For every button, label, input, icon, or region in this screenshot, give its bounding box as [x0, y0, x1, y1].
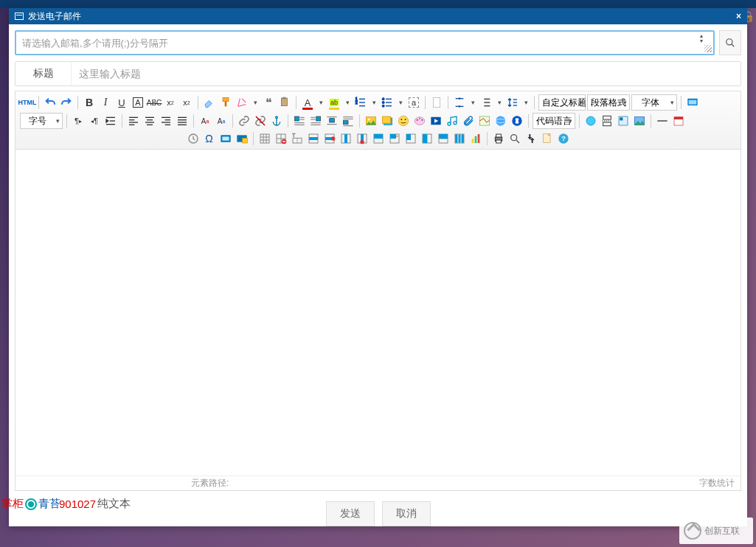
italic-button[interactable]: I — [98, 95, 113, 110]
stepper-icon[interactable]: ▴▾ — [700, 33, 703, 43]
video-button[interactable] — [429, 114, 443, 128]
merge-right-button[interactable] — [387, 131, 402, 146]
chart-button[interactable] — [468, 131, 483, 146]
ltr-button[interactable]: ¶▸ — [71, 114, 86, 128]
delete-table-button[interactable] — [274, 131, 288, 146]
insert-row-button[interactable] — [306, 131, 321, 146]
img-none-button[interactable] — [341, 114, 356, 128]
find-replace-button[interactable] — [524, 131, 538, 146]
align-justify-button[interactable] — [175, 114, 190, 128]
dropdown-icon[interactable]: ▾ — [468, 99, 477, 106]
font-size-select[interactable]: 字号 — [20, 113, 63, 129]
split-cols-button[interactable] — [452, 131, 467, 146]
horizontal-rule-button[interactable] — [655, 114, 670, 128]
font-family-select[interactable]: 字体 — [631, 94, 677, 111]
lineheight-button[interactable] — [479, 95, 493, 110]
undo-button[interactable] — [43, 95, 58, 110]
time-button[interactable] — [186, 131, 201, 146]
word-count-label[interactable]: 字数统计 — [699, 477, 735, 489]
forecolor-button[interactable]: A — [300, 95, 315, 110]
search-button[interactable] — [719, 30, 741, 55]
email-input[interactable] — [16, 32, 713, 54]
dropdown-icon[interactable]: ▾ — [521, 99, 530, 106]
link-button[interactable] — [237, 114, 252, 128]
dropdown-icon[interactable]: ▾ — [495, 99, 504, 106]
wordimage-button[interactable] — [235, 131, 249, 146]
print-button[interactable] — [491, 131, 506, 146]
gmap-button[interactable] — [493, 114, 508, 128]
cancel-button[interactable]: 取消 — [382, 501, 431, 526]
underline-button[interactable]: U — [114, 95, 129, 110]
merge-cells-button[interactable] — [371, 131, 386, 146]
pastespecial-button[interactable] — [277, 95, 292, 110]
rtl-button[interactable]: ◂¶ — [87, 114, 102, 128]
fontborder-button[interactable]: A — [131, 95, 145, 110]
drafts-button[interactable] — [540, 131, 555, 146]
editor-canvas[interactable] — [15, 150, 741, 475]
split-rows-button[interactable] — [436, 131, 451, 146]
superscript-button[interactable]: x2 — [163, 95, 178, 110]
merge-down-button[interactable] — [403, 131, 418, 146]
align-right-button[interactable] — [159, 114, 173, 128]
dropdown-icon[interactable]: ▾ — [396, 99, 405, 106]
background-button[interactable] — [632, 114, 647, 128]
title-input[interactable] — [72, 62, 741, 86]
paragraph-format-select[interactable]: 段落格式 — [587, 94, 630, 111]
webapp-button[interactable] — [583, 114, 598, 128]
page-button[interactable] — [429, 95, 444, 110]
dropdown-icon[interactable]: ▾ — [316, 99, 325, 106]
snapscreen-button[interactable] — [218, 131, 233, 146]
insert-para-before-table-button[interactable]: T — [290, 131, 305, 146]
source-button[interactable]: HTML — [20, 95, 35, 110]
img-float-right-button[interactable] — [308, 114, 323, 128]
music-button[interactable] — [445, 114, 460, 128]
img-float-left-button[interactable] — [292, 114, 307, 128]
linespacing-button[interactable] — [505, 95, 520, 110]
subscript-button[interactable]: x2 — [179, 95, 194, 110]
emoji-button[interactable] — [396, 114, 411, 128]
custom-title-select[interactable]: 自定义标题 — [538, 94, 586, 111]
rowspacing-button[interactable] — [452, 95, 467, 110]
bold-button[interactable]: B — [82, 95, 97, 110]
fullscreen-button[interactable] — [685, 95, 700, 110]
autotype-button[interactable] — [235, 95, 249, 110]
eraser-button[interactable] — [202, 95, 217, 110]
redo-button[interactable] — [59, 95, 74, 110]
send-button[interactable]: 发送 — [326, 501, 375, 526]
delete-col-button[interactable] — [355, 131, 370, 146]
insert-image-button[interactable] — [364, 114, 378, 128]
blockquote-button[interactable]: ❝ — [261, 95, 276, 110]
tolowercase-button[interactable]: Aa — [214, 114, 229, 128]
align-left-button[interactable] — [126, 114, 141, 128]
align-center-button[interactable] — [142, 114, 157, 128]
selectall-button[interactable]: a — [406, 95, 421, 110]
indent-button[interactable] — [103, 114, 118, 128]
touppercase-button[interactable]: Aa — [198, 114, 212, 128]
code-lang-select[interactable]: 代码语言 — [533, 113, 575, 129]
dropdown-icon[interactable]: ▾ — [370, 99, 378, 106]
delete-row-button[interactable] — [322, 131, 337, 146]
insert-col-button[interactable] — [339, 131, 353, 146]
scrawl-button[interactable] — [412, 114, 427, 128]
resize-handle-icon[interactable] — [704, 45, 712, 52]
baidu-map-button[interactable] — [510, 114, 524, 128]
date-button[interactable] — [671, 114, 686, 128]
dropdown-icon[interactable]: ▾ — [251, 99, 260, 106]
template-button[interactable] — [616, 114, 631, 128]
table-button[interactable] — [257, 131, 272, 146]
ordered-list-button[interactable]: 12 — [353, 95, 368, 110]
anchor-button[interactable] — [269, 114, 284, 128]
specialchar-button[interactable]: Ω — [202, 131, 217, 146]
map-button[interactable] — [477, 114, 492, 128]
attachment-button[interactable] — [461, 114, 476, 128]
img-center-button[interactable] — [325, 114, 339, 128]
help-button[interactable]: ? — [556, 131, 571, 146]
unlink-button[interactable] — [253, 114, 268, 128]
pagebreak-button[interactable] — [600, 114, 614, 128]
preview-button[interactable] — [507, 131, 522, 146]
multi-image-button[interactable] — [380, 114, 395, 128]
backcolor-button[interactable]: ab — [327, 95, 341, 110]
dropdown-icon[interactable]: ▾ — [343, 99, 352, 106]
split-cells-button[interactable] — [420, 131, 434, 146]
strike-button[interactable]: ABC — [147, 95, 162, 110]
